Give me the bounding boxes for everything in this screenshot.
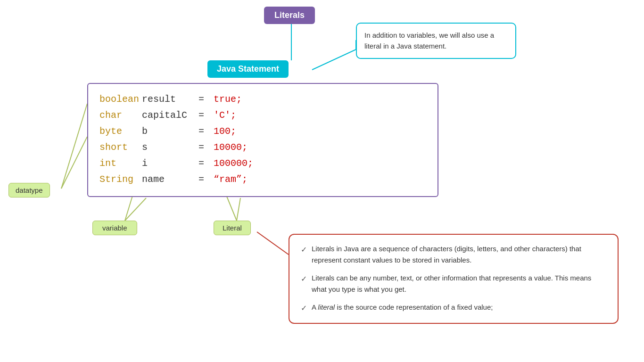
checkmark-1: ✓	[301, 244, 307, 256]
var-capitalC: capitalC	[142, 107, 198, 123]
svg-line-9	[257, 232, 289, 255]
svg-line-3	[61, 104, 87, 189]
var-result: result	[142, 91, 198, 107]
callout-top-text: In addition to variables, we will also u…	[364, 31, 494, 50]
page-title: Literals	[264, 7, 315, 24]
datatype-label: datatype	[8, 183, 50, 197]
val-100: 100;	[214, 123, 236, 140]
callout-top-box: In addition to variables, we will also u…	[356, 23, 516, 59]
bullet-text-2: Literals can be any number, text, or oth…	[312, 272, 606, 295]
italic-literal: literal	[318, 303, 335, 311]
type-short: short	[99, 140, 142, 156]
variable-label: variable	[92, 221, 137, 235]
var-s: s	[142, 140, 198, 156]
svg-line-4	[61, 137, 87, 189]
svg-line-8	[237, 198, 240, 221]
type-int: int	[99, 156, 142, 172]
type-boolean: boolean	[99, 91, 142, 107]
code-line-6: String name = “ram”;	[99, 172, 426, 188]
var-name: name	[142, 172, 198, 188]
svg-line-6	[125, 198, 146, 221]
code-box: boolean result = true; char capitalC = '…	[87, 83, 438, 197]
assign-1: =	[198, 107, 208, 123]
assign-5: =	[198, 172, 208, 188]
bullet-item-2: ✓ Literals can be any number, text, or o…	[301, 272, 606, 295]
var-b: b	[142, 123, 198, 140]
type-char: char	[99, 107, 142, 123]
assign-0: =	[198, 91, 208, 107]
java-statement-label: Java Statement	[207, 60, 289, 78]
val-true: true;	[214, 91, 242, 107]
var-i: i	[142, 156, 198, 172]
code-line-3: byte b = 100;	[99, 123, 426, 140]
val-10000: 10000;	[214, 140, 248, 156]
type-string: String	[99, 172, 142, 188]
checkmark-2: ✓	[301, 273, 307, 285]
assign-3: =	[198, 140, 208, 156]
literal-label: Literal	[214, 221, 251, 235]
code-line-4: short s = 10000;	[99, 140, 426, 156]
assign-2: =	[198, 123, 208, 140]
bullet-text-3: A literal is the source code representat…	[312, 302, 493, 313]
code-line-5: int i = 100000;	[99, 156, 426, 172]
val-100000: 100000;	[214, 156, 253, 172]
bullet-text-1: Literals in Java are a sequence of chara…	[312, 243, 606, 266]
checkmark-3: ✓	[301, 302, 307, 314]
assign-4: =	[198, 156, 208, 172]
code-line-2: char capitalC = 'C';	[99, 107, 426, 123]
val-ram: “ram”;	[214, 172, 248, 188]
bullet-item-1: ✓ Literals in Java are a sequence of cha…	[301, 243, 606, 266]
type-byte: byte	[99, 123, 142, 140]
code-line-1: boolean result = true;	[99, 91, 426, 107]
svg-line-1	[312, 49, 356, 70]
callout-bottom-box: ✓ Literals in Java are a sequence of cha…	[289, 234, 619, 324]
bullet-item-3: ✓ A literal is the source code represent…	[301, 302, 606, 314]
val-char: 'C';	[214, 107, 236, 123]
